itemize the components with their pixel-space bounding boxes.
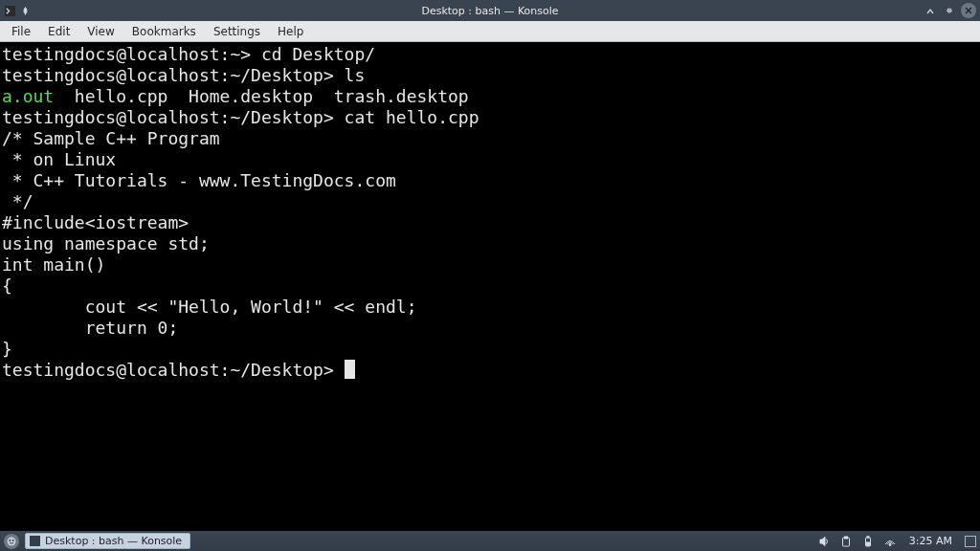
terminal-text: * C++ Tutorials - www.TestingDocs.com [2,170,396,190]
system-tray: 3:25 AM [817,535,976,548]
svg-rect-10 [866,542,869,545]
terminal-text: testingdocs@localhost:~/Desktop> cat hel… [2,107,479,127]
svg-point-4 [9,540,11,541]
terminal-line: } [2,339,978,360]
svg-rect-0 [5,6,15,16]
show-desktop-button[interactable] [965,536,976,547]
svg-rect-7 [844,537,847,539]
terminal-text: return 0; [2,318,178,338]
svg-point-3 [8,537,16,545]
terminal-line: { [2,276,978,297]
terminal-cursor [345,360,355,379]
terminal-text: testingdocs@localhost:~/Desktop> ls [2,65,365,85]
desktop-taskbar: Desktop : bash — Konsole 3:25 AM [0,531,980,551]
network-icon[interactable] [883,535,897,548]
menu-bar: FileEditViewBookmarksSettingsHelp [0,21,980,42]
window-title: Desktop : bash — Konsole [421,5,558,17]
svg-rect-9 [867,536,869,537]
svg-point-11 [889,543,891,545]
terminal-line: testingdocs@localhost:~/Desktop> [2,360,978,381]
clipboard-icon[interactable] [839,535,853,548]
terminal-viewport[interactable]: testingdocs@localhost:~> cd Desktop/test… [0,42,980,531]
taskbar-entry-label: Desktop : bash — Konsole [45,535,182,547]
terminal-line: testingdocs@localhost:~> cd Desktop/ [2,44,978,65]
window-controls [923,3,980,18]
terminal-text: } [2,339,12,359]
terminal-text: * on Linux [2,149,116,169]
terminal-text: using namespace std; [2,233,210,253]
terminal-line: testingdocs@localhost:~/Desktop> ls [2,65,978,86]
menu-edit[interactable]: Edit [40,24,78,39]
terminal-text: cout << "Hello, World!" << endl; [2,297,416,317]
battery-icon[interactable] [861,535,875,548]
minimize-button[interactable] [923,3,938,18]
terminal-line: return 0; [2,318,978,339]
terminal-line: * C++ Tutorials - www.TestingDocs.com [2,170,978,191]
menu-help[interactable]: Help [270,24,311,39]
terminal-line: /* Sample C++ Program [2,128,978,149]
pin-icon[interactable] [20,6,31,16]
taskbar-clock[interactable]: 3:25 AM [905,535,956,547]
svg-point-2 [948,10,950,11]
terminal-line: #include<iostream> [2,212,978,233]
terminal-line: cout << "Hello, World!" << endl; [2,297,978,318]
terminal-text: int main() [2,254,105,275]
terminal-text: testingdocs@localhost:~/Desktop> [2,360,345,380]
terminal-line: a.out hello.cpp Home.desktop trash.deskt… [2,86,978,107]
konsole-task-icon [30,536,40,546]
menu-settings[interactable]: Settings [206,24,268,39]
menu-bookmarks[interactable]: Bookmarks [124,24,204,39]
terminal-text: hello.cpp Home.desktop trash.desktop [54,86,468,106]
terminal-text: testingdocs@localhost:~> cd Desktop/ [2,44,375,64]
window-titlebar: Desktop : bash — Konsole [0,0,980,21]
taskbar-entry-konsole[interactable]: Desktop : bash — Konsole [25,533,190,549]
terminal-text: a.out [2,86,54,106]
svg-point-5 [12,540,14,541]
terminal-text: */ [2,191,33,211]
maximize-button[interactable] [942,3,957,18]
terminal-line: int main() [2,254,978,276]
terminal-text: #include<iostream> [2,212,189,232]
start-button[interactable] [4,534,19,549]
terminal-line: */ [2,191,978,212]
close-button[interactable] [961,3,976,18]
menu-file[interactable]: File [4,24,38,39]
terminal-line: testingdocs@localhost:~/Desktop> cat hel… [2,107,978,128]
terminal-line: using namespace std; [2,233,978,254]
terminal-text: /* Sample C++ Program [2,128,220,148]
terminal-text: { [2,276,12,296]
volume-icon[interactable] [817,535,831,548]
menu-view[interactable]: View [79,24,122,39]
terminal-icon [5,6,15,16]
terminal-line: * on Linux [2,149,978,170]
